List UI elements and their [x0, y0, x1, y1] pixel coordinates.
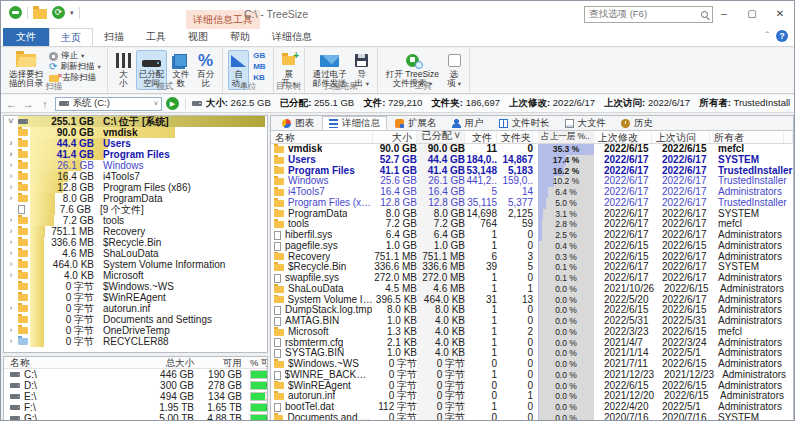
- tree-item[interactable]: ›8.0 GBProgramData: [4, 193, 267, 204]
- tree-item[interactable]: ›464.0 KBSystem Volume Information: [4, 259, 267, 270]
- column-header-占上一层 %..[interactable]: 占上一层 %..: [538, 131, 594, 143]
- column-header-文件[interactable]: 文件: [465, 131, 497, 143]
- tree-item[interactable]: ›0 字节autorun.inf: [4, 303, 267, 314]
- column-header-上次访问[interactable]: 上次访问: [652, 131, 710, 143]
- tree-item[interactable]: ›0 字节RECYCLER88: [4, 336, 267, 347]
- free-percent-label: 93 %: [251, 381, 268, 392]
- close-button[interactable]: ✕: [766, 1, 794, 27]
- cell-accessed: 2022/6/17: [652, 198, 710, 209]
- search-icon: [701, 11, 708, 18]
- column-header-所有者[interactable]: 所有者: [710, 131, 784, 143]
- drive-combobox[interactable]: 系统 (C:) ˅: [55, 97, 162, 111]
- table-row[interactable]: Documents and Se..0 字节0 字节000.0 %2020/7/…: [271, 413, 793, 421]
- table-row[interactable]: pagefile.sys1.0 GB1.0 GB100.4 %2022/6/15…: [271, 241, 793, 252]
- column-header-已分配[interactable]: 已分配 ˅: [417, 131, 465, 143]
- start-scan-button[interactable]: ▶: [166, 97, 179, 110]
- drive-icon: [18, 119, 28, 124]
- file-icon: [274, 403, 281, 412]
- tree-item[interactable]: 90.0 GBvmdisk: [4, 127, 267, 138]
- cell-percent-label: 0.0 %: [538, 370, 594, 381]
- tab-主页[interactable]: 主页: [49, 28, 93, 46]
- column-header-名称[interactable]: 名称: [271, 131, 373, 143]
- cell-percent-bar: 35.3 %: [538, 144, 594, 155]
- file-icon: [274, 231, 281, 240]
- table-row[interactable]: Users52.7 GB44.4 GB184,0..14,86717.4 %20…: [271, 155, 793, 166]
- column-header-文件夹[interactable]: 文件夹: [497, 131, 533, 143]
- cell-files: 1: [465, 241, 497, 252]
- unit-button-GB[interactable]: GB: [250, 50, 268, 61]
- tree-item[interactable]: ›0 字节OneDriveTemp: [4, 325, 267, 336]
- column-header-大小[interactable]: 大小: [373, 131, 417, 143]
- tab-工具[interactable]: 工具: [135, 28, 177, 46]
- table-row[interactable]: Program Files (x86)12.8 GB12.8 GB35,1155…: [271, 198, 793, 209]
- drive-row[interactable]: G:\5.00 TB4.88 TB98 %: [4, 413, 267, 421]
- file-icon: [274, 338, 281, 347]
- ribbon-button-停止[interactable]: 停止▾: [47, 51, 103, 61]
- table-row[interactable]: ShaLouData4.5 MB4.6 MB110.0 %2021/10/262…: [271, 284, 793, 295]
- tab-文件[interactable]: 文件: [3, 28, 49, 46]
- folder-icon: [18, 151, 28, 158]
- tree-item[interactable]: 0 字节Documents and Settings: [4, 314, 267, 325]
- drive-free: 190 GB: [194, 369, 242, 380]
- summary-value: 255.1 GB: [314, 97, 354, 108]
- details-tab-图表[interactable]: 图表: [275, 116, 321, 130]
- tree-item[interactable]: ›26.1 GBWindows: [4, 160, 267, 171]
- tree-item[interactable]: ›44.4 GBUsers: [4, 138, 267, 149]
- tab-视图[interactable]: 视图: [177, 28, 219, 46]
- table-row[interactable]: Microsoft1.3 KB4.0 KB120.0 %2022/3/23202…: [271, 327, 793, 338]
- tree-item[interactable]: 0 字节$WinREAgent: [4, 292, 267, 303]
- tree-item[interactable]: 7.6 GB[9 个文件]: [4, 204, 267, 215]
- tree-item[interactable]: ›4.0 KBMicrosoft: [4, 270, 267, 281]
- tab-帮助[interactable]: 帮助: [219, 28, 261, 46]
- tree-item[interactable]: 0 字节$Windows.~WS: [4, 281, 267, 292]
- tree-item[interactable]: ›41.4 GBProgram Files: [4, 149, 267, 160]
- expand-icon: ›: [4, 193, 18, 204]
- details-tab-详细信息[interactable]: 详细信息: [322, 116, 387, 130]
- tree-root-item[interactable]: ˅255.1 GBC:\ 位于 [系统]: [4, 116, 267, 127]
- drive-row[interactable]: C:\446 GB190 GB43 %: [4, 369, 267, 380]
- tree-item[interactable]: ›16.4 GBi4Tools7: [4, 171, 267, 182]
- refresh-icon[interactable]: ⟳: [52, 6, 65, 19]
- up-button[interactable]: ↑: [39, 98, 52, 110]
- folder-icon: [18, 305, 28, 312]
- minimize-button[interactable]: –: [710, 1, 738, 27]
- help-icon[interactable]: ?: [776, 30, 788, 42]
- search-input[interactable]: 查找选项 (F6): [584, 6, 713, 23]
- back-button[interactable]: ←: [5, 98, 18, 110]
- open-folder-icon[interactable]: [33, 9, 47, 19]
- chevron-down-icon[interactable]: ▾: [70, 9, 74, 17]
- tab-扫描[interactable]: 扫描: [93, 28, 135, 46]
- tab-详细信息[interactable]: 详细信息: [261, 28, 323, 46]
- tree-item[interactable]: ›751.1 MBRecovery: [4, 226, 267, 237]
- collapse-ribbon-icon[interactable]: ˆ: [766, 31, 769, 42]
- cell-folders: 0: [497, 241, 533, 252]
- unit-button-MB[interactable]: MB: [250, 61, 268, 72]
- cell-owner: Administrators: [710, 381, 793, 392]
- tree-item[interactable]: ›336.6 MB$Recycle.Bin: [4, 237, 267, 248]
- details-tab-label: 大文件: [578, 117, 607, 130]
- drive-row[interactable]: D:\300 GB278 GB93 %: [4, 380, 267, 391]
- drive-row[interactable]: F:\1.95 TB1.65 TB85 %: [4, 402, 267, 413]
- tree-item[interactable]: ›4.6 MBShaLouData: [4, 248, 267, 259]
- cell-percent-label: 0.4 %: [538, 241, 594, 252]
- tree-item[interactable]: ›7.2 GBtools: [4, 215, 267, 226]
- column-header-上次修改[interactable]: 上次修改: [594, 131, 652, 143]
- file-icon: [274, 349, 281, 358]
- tree-item-name: $Windows.~WS: [103, 281, 174, 292]
- details-tab-大文件[interactable]: 大文件: [558, 116, 614, 130]
- ribbon-button-刷新扫描[interactable]: ⟳刷新扫描▾: [47, 62, 103, 72]
- cell-percent-label: 0.3 %: [538, 252, 594, 263]
- forward-button[interactable]: →: [22, 98, 35, 110]
- table-row[interactable]: $WINRE_BACKUP_..0 字节0 字节100.0 %2021/12/2…: [271, 370, 793, 381]
- expand-icon: ›: [4, 270, 18, 281]
- cell-owner: Administrators: [710, 402, 793, 413]
- summary-label: 所有者:: [699, 97, 733, 108]
- drive-row[interactable]: E:\494 GB134 GB27 %: [4, 391, 267, 402]
- details-tab-用户[interactable]: 用户: [445, 116, 491, 130]
- details-tab-文件时长[interactable]: 文件时长: [492, 116, 557, 130]
- tree-item[interactable]: ›12.8 GBProgram Files (x86): [4, 182, 267, 193]
- maximize-button[interactable]: ▢: [738, 1, 766, 27]
- details-tab-历史[interactable]: 历史: [614, 116, 660, 130]
- details-tab-扩展名[interactable]: 扩展名: [388, 116, 444, 130]
- file-icon: [274, 371, 281, 380]
